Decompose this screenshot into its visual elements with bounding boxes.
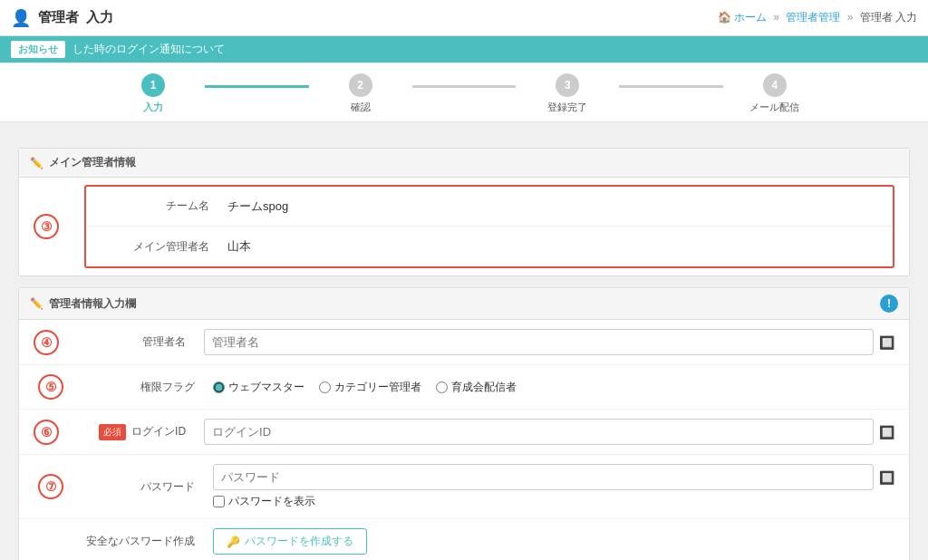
main-admin-name-value: 山本: [227, 238, 878, 255]
main-admin-section-header: ✏️ メイン管理者情報: [19, 149, 909, 178]
main-admin-name-label: メイン管理者名: [101, 239, 227, 255]
admin-info-section-header: ✏️ 管理者情報入力欄 !: [19, 288, 909, 320]
step-line-1-2: [205, 85, 308, 88]
password-label: パスワード: [86, 479, 213, 495]
main-content: ✏️ メイン管理者情報 ③ チーム名 チームspog メイン管理: [0, 122, 928, 560]
create-password-label: パスワードを作成する: [245, 534, 353, 549]
radio-training-sender[interactable]: 育成会配信者: [436, 380, 517, 395]
breadcrumb: 🏠 ホーム » 管理者管理 » 管理者 入力: [718, 10, 917, 25]
highlighted-fields: チーム名 チームspog メイン管理者名 山本: [84, 185, 894, 268]
step-label-1: 入力: [143, 101, 163, 114]
login-id-icon[interactable]: 🔲: [879, 425, 894, 439]
admin-info-section-body: ④ 管理者名 🔲 ⑤ 権限フラグ ウェブ: [19, 320, 909, 560]
main-admin-name-row: メイン管理者名 山本: [86, 227, 893, 266]
breadcrumb-parent[interactable]: 管理者管理: [786, 11, 840, 24]
show-password-label[interactable]: パスワードを表示: [213, 494, 894, 509]
notice-text: した時のログイン通知について: [72, 42, 225, 57]
admin-info-section: ✏️ 管理者情報入力欄 ! ④ 管理者名 🔲: [18, 287, 910, 560]
badge-5: ⑤: [38, 374, 63, 400]
key-icon: 🔑: [227, 536, 240, 548]
step-circle-3: 3: [556, 73, 579, 97]
admin-name-label: 管理者名: [77, 334, 204, 350]
password-row: ⑦ パスワード 🔲 パスワードを表示: [19, 455, 909, 519]
admin-name-input-wrapper: 🔲: [204, 329, 894, 355]
pencil-icon: ✏️: [30, 157, 44, 169]
main-admin-section: ✏️ メイン管理者情報 ③ チーム名 チームspog メイン管理: [18, 148, 910, 276]
step-line-2-3: [412, 85, 516, 88]
badge-3: ③: [34, 214, 59, 239]
login-id-input[interactable]: [204, 419, 874, 445]
page-title-area: 👤 管理者 入力: [11, 8, 113, 28]
login-id-label: 必須ログインID: [77, 424, 204, 440]
password-input-wrapper: 🔲: [213, 464, 894, 490]
admin-info-section-title: 管理者情報入力欄: [49, 296, 136, 312]
step-circle-2: 2: [349, 73, 372, 97]
step-1: 1 入力: [102, 73, 205, 114]
page-subtitle: 入力: [86, 9, 113, 26]
stepper: 1 入力 2 確認 3 登録完了 4 メール配信: [0, 63, 928, 122]
step-label-3: 登録完了: [547, 101, 587, 114]
step-4: 4 メール配信: [723, 73, 826, 114]
admin-name-input[interactable]: [204, 329, 874, 355]
page-title: 管理者: [38, 9, 79, 26]
admin-name-row: ④ 管理者名 🔲: [19, 320, 909, 365]
step-line-3-4: [619, 85, 722, 88]
team-name-value: チームspog: [227, 198, 878, 215]
admin-name-icon[interactable]: 🔲: [879, 335, 894, 350]
step-2: 2 確認: [309, 73, 412, 114]
badge-4: ④: [34, 330, 59, 355]
info-icon[interactable]: !: [880, 294, 898, 313]
notice-bar: お知らせ した時のログイン通知について: [0, 36, 928, 63]
permission-row: ⑤ 権限フラグ ウェブマスター カテゴリー管理者 育成会配信者: [19, 365, 909, 410]
password-input[interactable]: [213, 464, 874, 490]
password-icon[interactable]: 🔲: [879, 470, 894, 485]
badge-6: ⑥: [34, 420, 59, 445]
pencil-icon-2: ✏️: [30, 297, 44, 310]
step-circle-1: 1: [141, 73, 165, 97]
team-name-row: チーム名 チームspog: [86, 187, 893, 227]
top-bar: 👤 管理者 入力 🏠 ホーム » 管理者管理 » 管理者 入力: [0, 0, 928, 36]
main-admin-section-body: ③ チーム名 チームspog メイン管理者名 山本: [19, 178, 909, 275]
step-circle-4: 4: [763, 73, 787, 97]
create-password-button[interactable]: 🔑 パスワードを作成する: [213, 528, 367, 555]
breadcrumb-current: 管理者 入力: [860, 11, 917, 24]
home-icon: 🏠: [718, 11, 731, 24]
breadcrumb-home[interactable]: ホーム: [734, 11, 767, 24]
step-label-4: メール配信: [749, 101, 799, 114]
password-creation-label: 安全なパスワード作成: [86, 534, 213, 549]
login-id-input-wrapper: 🔲: [204, 419, 894, 445]
step-3: 3 登録完了: [516, 73, 619, 114]
password-creation-row: 安全なパスワード作成 🔑 パスワードを作成する: [19, 519, 909, 560]
show-password-text: パスワードを表示: [228, 494, 315, 509]
notice-label: お知らせ: [11, 41, 65, 58]
permission-radio-group: ウェブマスター カテゴリー管理者 育成会配信者: [213, 380, 517, 395]
login-id-row: ⑥ 必須ログインID 🔲: [19, 410, 909, 455]
required-badge: 必須: [99, 424, 126, 440]
step-label-2: 確認: [351, 101, 371, 114]
person-icon: 👤: [11, 8, 31, 28]
permission-label: 権限フラグ: [86, 380, 213, 395]
team-name-label: チーム名: [101, 198, 227, 214]
radio-webmaster[interactable]: ウェブマスター: [213, 380, 304, 395]
radio-category-admin[interactable]: カテゴリー管理者: [319, 380, 421, 395]
main-admin-section-title: メイン管理者情報: [49, 155, 136, 170]
show-password-checkbox[interactable]: [213, 496, 225, 507]
badge-7: ⑦: [38, 474, 63, 499]
